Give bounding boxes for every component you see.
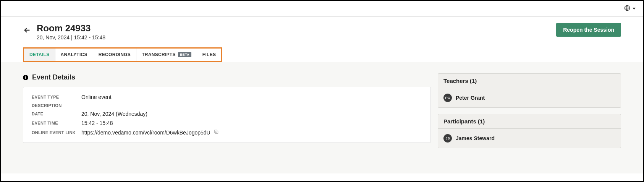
title-block: Room 24933 20, Nov, 2024 | 15:42 - 15:48 [37, 23, 105, 40]
svg-rect-1 [215, 131, 218, 134]
detail-label: DESCRIPTION [32, 103, 81, 108]
tab-label: TRANSCRIPTS [142, 52, 176, 57]
avatar: JS [443, 134, 452, 143]
copy-link-button[interactable] [214, 129, 219, 136]
event-link-text: https://demo.vedamo.com/vcl/room/D6wkBeJ… [81, 130, 210, 136]
detail-value: Online event [81, 94, 112, 100]
detail-label: DATE [32, 112, 81, 116]
tab-transcripts[interactable]: TRANSCRIPTS BETA [136, 49, 197, 61]
detail-label: EVENT TIME [32, 121, 81, 125]
detail-row-event-type: EVENT TYPE Online event [32, 94, 422, 100]
detail-value: 15:42 - 15:48 [81, 120, 113, 126]
tab-label: FILES [202, 52, 216, 57]
detail-label: EVENT TYPE [32, 95, 81, 99]
tab-recordings[interactable]: RECORDINGS [93, 49, 136, 61]
tab-label: ANALYTICS [61, 52, 87, 57]
detail-row-event-time: EVENT TIME 15:42 - 15:48 [32, 120, 422, 126]
tab-label: RECORDINGS [99, 52, 131, 57]
content-area: i Event Details EVENT TYPE Online event … [1, 62, 643, 173]
detail-row-date: DATE 20, Nov, 2024 (Wednesday) [32, 111, 422, 117]
event-details-card: EVENT TYPE Online event DESCRIPTION DATE… [23, 87, 431, 143]
teacher-name: Peter Grant [456, 95, 485, 101]
avatar: PG [443, 94, 452, 102]
participants-header: Participants (1) [438, 114, 621, 129]
info-icon: i [23, 75, 28, 80]
detail-value: 20, Nov, 2024 (Wednesday) [81, 111, 147, 117]
participant-row: JS James Steward [443, 134, 615, 143]
page-title: Room 24933 [37, 23, 105, 34]
chevron-down-icon [633, 8, 636, 10]
participants-panel: Participants (1) JS James Steward [438, 114, 621, 148]
detail-row-link: ONLINE EVENT LINK https://demo.vedamo.co… [32, 129, 422, 136]
section-title-text: Event Details [32, 73, 75, 81]
page-subtitle: 20, Nov, 2024 | 15:42 - 15:48 [37, 34, 105, 40]
tab-files[interactable]: FILES [197, 49, 222, 61]
reopen-session-button[interactable]: Reopen the Session [556, 23, 621, 37]
tab-analytics[interactable]: ANALYTICS [55, 49, 93, 61]
back-button[interactable] [23, 26, 31, 36]
tab-details[interactable]: DETAILS [24, 49, 55, 61]
globe-icon [624, 5, 630, 13]
section-title: i Event Details [23, 73, 431, 81]
participant-name: James Steward [456, 135, 495, 141]
teachers-header: Teachers (1) [438, 74, 621, 88]
svg-rect-2 [214, 130, 217, 133]
teachers-panel: Teachers (1) PG Peter Grant [438, 73, 621, 108]
teacher-row: PG Peter Grant [443, 94, 615, 102]
page-header: Room 24933 20, Nov, 2024 | 15:42 - 15:48… [1, 17, 643, 40]
topbar [1, 1, 643, 17]
tab-label: DETAILS [29, 52, 50, 57]
detail-row-description: DESCRIPTION [32, 103, 422, 108]
detail-label: ONLINE EVENT LINK [32, 130, 81, 135]
detail-value: https://demo.vedamo.com/vcl/room/D6wkBeJ… [81, 129, 219, 136]
tabs: DETAILS ANALYTICS RECORDINGS TRANSCRIPTS… [23, 47, 222, 62]
language-selector[interactable] [624, 5, 636, 13]
beta-badge: BETA [178, 52, 191, 57]
